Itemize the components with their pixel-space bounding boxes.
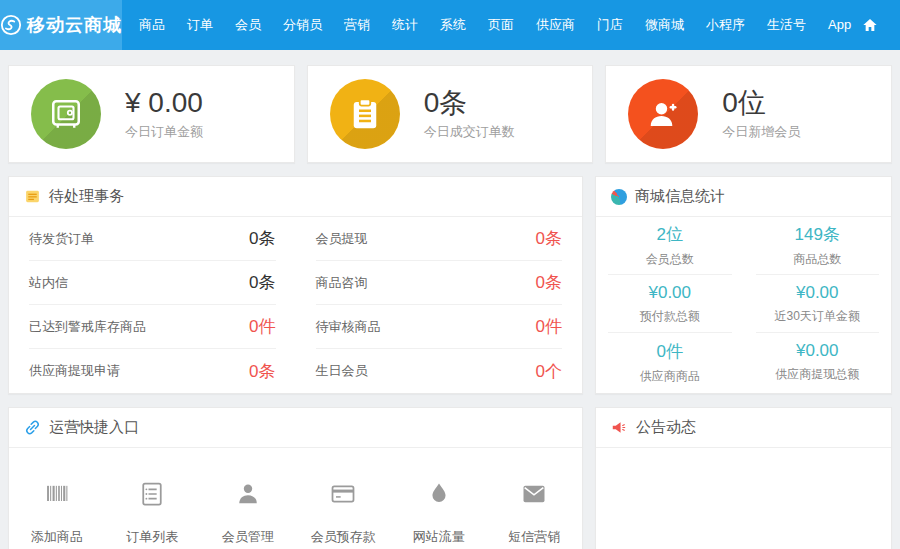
link-icon [24, 419, 41, 436]
nav-item-distributors[interactable]: 分销员 [272, 0, 333, 50]
nav-right: admin [862, 0, 900, 50]
logo[interactable]: 移动云商城 [0, 0, 122, 50]
stat-cards-row: ¥ 0.00 今日订单金额 0条 今日成交订单数 [8, 65, 892, 163]
stat-supplier-goods: 0件 供应商商品 [608, 333, 732, 391]
order-clipboard-icon [330, 79, 400, 149]
nav-item-stores[interactable]: 门店 [586, 0, 634, 50]
mall-stats-title: 商城信息统计 [635, 187, 725, 206]
main-content: ¥ 0.00 今日订单金额 0条 今日成交订单数 [0, 50, 900, 549]
quick-member-deposit[interactable]: 会员预存款 [296, 480, 392, 549]
stat-prepaid-total: ¥0.00 预付款总额 [608, 275, 732, 333]
pending-col-right: 会员提现 0条 商品咨询 0条 待审核商品 0件 生日会员 0个 [296, 217, 583, 393]
quick-add-goods[interactable]: 添加商品 [9, 480, 105, 549]
quick-site-traffic[interactable]: 网站流量 [391, 480, 487, 549]
quick-sms-marketing[interactable]: 短信营销 [487, 480, 583, 549]
today-new-members-value: 0位 [722, 87, 800, 119]
pending-value: 0条 [536, 227, 562, 250]
pending-tasks-title: 待处理事务 [49, 187, 124, 206]
quick-entry-header: 运营快捷入口 [9, 408, 582, 448]
safe-icon [31, 79, 101, 149]
stat-card-order-amount: ¥ 0.00 今日订单金额 [8, 65, 295, 163]
pending-value: 0条 [249, 360, 275, 383]
envelope-icon [520, 480, 548, 508]
barcode-icon [43, 480, 71, 508]
member-add-icon [628, 79, 698, 149]
nav-item-pages[interactable]: 页面 [477, 0, 525, 50]
pending-row-supplier-withdrawals[interactable]: 供应商提现申请 0条 [29, 349, 276, 393]
pending-col-left: 待发货订单 0条 站内信 0条 已达到警戒库存商品 0件 供应商提现申请 0条 [9, 217, 296, 393]
today-new-members-label: 今日新增会员 [722, 123, 800, 141]
nav-item-statistics[interactable]: 统计 [381, 0, 429, 50]
pending-value: 0条 [249, 271, 275, 294]
mall-stats-panel: 商城信息统计 2位 会员总数 149条 商品总数 ¥0.00 预付款总额 ¥0.… [595, 176, 892, 394]
quick-member-management[interactable]: 会员管理 [200, 480, 296, 549]
pending-value: 0条 [249, 227, 275, 250]
member-icon [234, 480, 262, 508]
pie-chart-icon [611, 189, 627, 205]
stat-card-deal-orders: 0条 今日成交订单数 [307, 65, 594, 163]
memo-icon [24, 188, 41, 205]
bank-card-icon [329, 480, 357, 508]
quick-entry-title: 运营快捷入口 [49, 418, 139, 437]
quick-order-list[interactable]: 订单列表 [105, 480, 201, 549]
nav-item-orders[interactable]: 订单 [176, 0, 224, 50]
stat-supplier-withdraw-total: ¥0.00 供应商提现总额 [756, 333, 880, 391]
nav-item-suppliers[interactable]: 供应商 [525, 0, 586, 50]
pending-row-member-withdrawals[interactable]: 会员提现 0条 [316, 217, 563, 261]
pending-value: 0件 [536, 315, 562, 338]
pending-row-goods-to-review[interactable]: 待审核商品 0件 [316, 305, 563, 349]
pending-row-low-stock-goods[interactable]: 已达到警戒库存商品 0件 [29, 305, 276, 349]
today-order-amount-label: 今日订单金额 [125, 123, 203, 141]
pending-row-site-messages[interactable]: 站内信 0条 [29, 261, 276, 305]
quick-entry-panel: 运营快捷入口 添加商品 [8, 407, 583, 549]
today-deal-orders-value: 0条 [424, 87, 515, 119]
stat-card-new-members: 0位 今日新增会员 [605, 65, 892, 163]
pending-value: 0个 [536, 360, 562, 383]
announcement-panel: 公告动态 [595, 407, 892, 549]
pending-row-unshipped-orders[interactable]: 待发货订单 0条 [29, 217, 276, 261]
bottom-row: 运营快捷入口 添加商品 [8, 407, 892, 549]
announcement-body [596, 448, 891, 549]
pending-value: 0条 [536, 271, 562, 294]
nav-item-members[interactable]: 会员 [224, 0, 272, 50]
nav-item-system[interactable]: 系统 [429, 0, 477, 50]
pending-tasks-panel: 待处理事务 待发货订单 0条 站内信 0条 已达到警戒库存商品 0件 [8, 176, 583, 394]
nav-item-lifeaccount[interactable]: 生活号 [756, 0, 817, 50]
pending-row-product-inquiries[interactable]: 商品咨询 0条 [316, 261, 563, 305]
nav-menu: 商品 订单 会员 分销员 营销 统计 系统 页面 供应商 门店 微商城 小程序 … [122, 0, 862, 50]
stat-total-members: 2位 会员总数 [608, 217, 732, 275]
water-drop-icon [425, 480, 453, 508]
logo-swirl-icon [0, 14, 22, 36]
order-list-icon [138, 480, 166, 508]
announcement-title: 公告动态 [636, 418, 696, 437]
stat-30day-order-amount: ¥0.00 近30天订单金额 [756, 275, 880, 333]
nav-item-app[interactable]: App [817, 0, 862, 50]
pending-tasks-header: 待处理事务 [9, 177, 582, 217]
mall-stats-header: 商城信息统计 [596, 177, 891, 217]
logo-text: 移动云商城 [27, 13, 122, 37]
home-icon[interactable] [862, 17, 878, 33]
today-order-amount-value: ¥ 0.00 [125, 87, 203, 119]
megaphone-icon [611, 419, 628, 436]
pending-row-birthday-members[interactable]: 生日会员 0个 [316, 349, 563, 393]
stat-total-goods: 149条 商品总数 [756, 217, 880, 275]
announcement-header: 公告动态 [596, 408, 891, 448]
middle-row: 待处理事务 待发货订单 0条 站内信 0条 已达到警戒库存商品 0件 [8, 176, 892, 394]
today-deal-orders-label: 今日成交订单数 [424, 123, 515, 141]
nav-item-goods[interactable]: 商品 [128, 0, 176, 50]
nav-item-miniprogram[interactable]: 小程序 [695, 0, 756, 50]
pending-value: 0件 [249, 315, 275, 338]
top-nav: 移动云商城 商品 订单 会员 分销员 营销 统计 系统 页面 供应商 门店 微商… [0, 0, 900, 50]
nav-item-marketing[interactable]: 营销 [333, 0, 381, 50]
nav-item-micromall[interactable]: 微商城 [634, 0, 695, 50]
